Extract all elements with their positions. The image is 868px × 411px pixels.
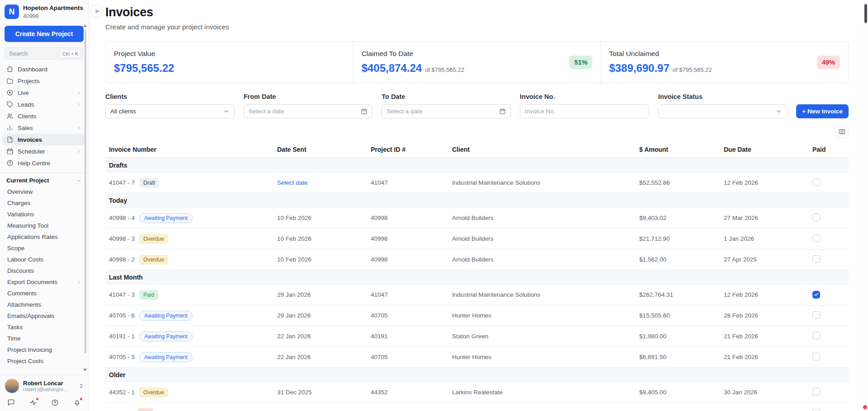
paid-cell [809, 214, 849, 223]
invoice-row[interactable]: 40998 - 3Overdue10 Feb 202640998Arnold B… [105, 229, 849, 249]
paid-checkbox[interactable] [812, 388, 820, 396]
sidebar-item-charges[interactable]: Charges [3, 197, 85, 209]
col-client[interactable]: Client [448, 141, 636, 158]
paid-checkbox[interactable] [812, 178, 820, 186]
col-date-sent[interactable]: Date Sent [274, 141, 367, 158]
invoice-status-select[interactable] [658, 104, 788, 118]
paid-checkbox[interactable] [812, 332, 820, 340]
date-sent-cell: 10 Feb 2026 [274, 235, 367, 242]
paid-checkbox[interactable] [812, 234, 820, 242]
clients-select[interactable]: All clients [105, 104, 235, 118]
sidebar-item-project-invoicing[interactable]: Project Invoicing [3, 344, 85, 355]
sidebar-item-scheduler[interactable]: Scheduler [3, 145, 85, 157]
sidebar-item-label: Sales [18, 125, 72, 131]
col-amount[interactable]: $ Amount [636, 141, 720, 158]
status-badge [138, 408, 153, 411]
sidebar-item-applications-rates[interactable]: Applications Rates [3, 231, 85, 243]
sidebar-collapse-button[interactable] [91, 5, 103, 17]
sidebar-item-measuring-tool[interactable]: Measuring Tool [3, 220, 85, 231]
window-scrollbar-thumb[interactable] [864, 4, 867, 23]
sidebar-item-help-centre[interactable]: Help Centre [3, 157, 85, 169]
chevron-right-icon [76, 102, 82, 107]
invoice-no-input[interactable] [520, 104, 649, 118]
column-settings-button[interactable] [835, 126, 849, 138]
paid-checkbox[interactable] [812, 291, 820, 299]
stat-of-total: of $795,565.22 [673, 66, 712, 73]
amount-cell: $262,764.31 [636, 291, 720, 298]
invoice-row[interactable] [105, 403, 849, 411]
help-icon[interactable] [51, 399, 59, 406]
status-badge: Overdue [139, 388, 168, 397]
help-icon [6, 159, 14, 167]
user-menu[interactable]: Robert Loncar robert.l@ushergroup.... [0, 375, 88, 396]
invoice-row[interactable]: 44352 - 1Overdue31 Dec 202544352Larkins … [105, 382, 849, 403]
sidebar-item-live[interactable]: Live [3, 87, 85, 98]
sidebar-scrollbar-thumb[interactable] [85, 30, 86, 353]
sidebar-item-export-documents[interactable]: Export Documents [3, 276, 85, 288]
invoice-row[interactable]: 40705 - 6Awaiting Payment29 Jan 20264070… [105, 305, 849, 326]
paid-checkbox[interactable] [812, 255, 820, 263]
sidebar-item-label: Project Invoicing [7, 346, 82, 353]
date-sent-cell: 31 Dec 2025 [274, 389, 367, 396]
invoice-row[interactable]: 41047 - 7DraftSelect date41047Industrial… [105, 173, 849, 193]
org-switcher[interactable]: N Hopeton Apartments 40998 [0, 5, 88, 19]
project-id-cell: 40705 [367, 354, 448, 360]
paid-checkbox[interactable] [812, 311, 820, 319]
to-date-input[interactable]: Select a date [382, 104, 511, 118]
col-invoice-number[interactable]: Invoice Number [105, 141, 274, 158]
invoice-row[interactable]: 40191 - 1Awaiting Payment22 Jan 20264019… [105, 326, 849, 347]
paid-checkbox[interactable] [812, 214, 820, 221]
sidebar-item-variations[interactable]: Variations [3, 209, 85, 220]
paid-checkbox[interactable] [812, 409, 820, 411]
sidebar-item-label: Applications Rates [7, 234, 82, 240]
sidebar-item-comments[interactable]: Comments [3, 288, 85, 299]
chevron-right-icon [76, 279, 82, 285]
from-date-label: From Date [244, 93, 373, 100]
sidebar-scroll-down-arrow[interactable] [83, 369, 87, 371]
paid-cell [809, 409, 849, 411]
sidebar-item-sales[interactable]: Sales [3, 122, 85, 134]
sidebar-item-time[interactable]: Time [3, 333, 85, 344]
col-paid[interactable]: Paid [809, 141, 849, 158]
due-date-cell: 28 Feb 2026 [720, 312, 809, 319]
page-subtitle: Create and manage your project invoices [105, 23, 849, 31]
col-project-id[interactable]: Project ID # [367, 141, 448, 158]
window-scrollbar[interactable] [863, 0, 868, 411]
status-badge: Overdue [139, 255, 168, 265]
sidebar-item-projects[interactable]: Projects [3, 75, 85, 87]
sidebar-item-leads[interactable]: Leads [3, 98, 85, 110]
sidebar-item-emails-approvals[interactable]: Emails/Approvals [3, 310, 85, 322]
paid-checkbox[interactable] [812, 353, 820, 360]
feedback-chat-icon[interactable] [7, 399, 15, 406]
sidebar-item-tasks[interactable]: Tasks [3, 322, 85, 333]
invoice-row[interactable]: 40998 - 4Awaiting Payment10 Feb 20264099… [105, 208, 849, 229]
sidebar-item-labour-costs[interactable]: Labour Costs [3, 254, 85, 265]
stat-value: $405,874.24 [362, 62, 422, 75]
sidebar-item-project-costs[interactable]: Project Costs [3, 355, 85, 367]
chart-icon [6, 124, 14, 131]
sidebar-item-dashboard[interactable]: Dashboard [3, 63, 85, 75]
col-due-date[interactable]: Due Date [720, 141, 809, 158]
sidebar-item-discounts[interactable]: Discounts [3, 265, 85, 276]
project-id-cell: 40998 [367, 235, 448, 242]
search-placeholder: Search [9, 50, 57, 57]
sidebar-item-clients[interactable]: Clients [3, 110, 85, 122]
search-input[interactable]: Search Ctrl + K [5, 47, 84, 60]
create-new-project-button[interactable]: Create New Project [5, 26, 84, 42]
from-date-input[interactable]: Select a date [244, 104, 373, 118]
sidebar-item-scope[interactable]: Scope [3, 243, 85, 254]
sidebar-item-invoices[interactable]: Invoices [3, 134, 85, 145]
new-invoice-button[interactable]: + New Invoice [796, 104, 849, 118]
updates-icon[interactable] [29, 399, 37, 406]
table-body: Drafts41047 - 7DraftSelect date41047Indu… [105, 158, 849, 411]
invoice-row[interactable]: 41047 - 3Paid29 Jan 202641047Industrial … [105, 285, 849, 305]
sidebar-item-overview[interactable]: Overview [3, 186, 85, 197]
select-date-link[interactable]: Select date [277, 179, 308, 186]
current-project-menu: OverviewChargesVariationsMeasuring ToolA… [0, 186, 88, 367]
sidebar-scroll-up-arrow[interactable] [83, 24, 87, 27]
invoice-row[interactable]: 40998 - 2Overdue10 Feb 202640998Arnold B… [105, 249, 849, 270]
invoice-row[interactable]: 40705 - 5Awaiting Payment22 Jan 20264070… [105, 347, 849, 368]
notifications-bell-icon[interactable] [73, 399, 81, 406]
sidebar-item-attachments[interactable]: Attachments [3, 299, 85, 310]
current-project-header[interactable]: Current Project [0, 173, 88, 186]
